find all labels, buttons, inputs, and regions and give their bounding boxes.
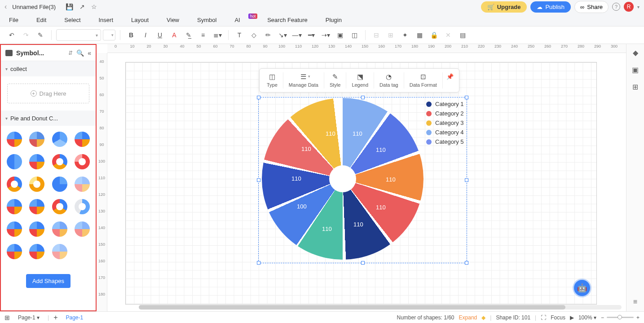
chart-shape-thumb[interactable] (51, 153, 69, 171)
menu-search[interactable]: Search Feature (267, 17, 308, 23)
resize-handle[interactable] (361, 96, 365, 99)
collapse-panel-icon[interactable]: « (88, 49, 91, 57)
zoom-in-button[interactable]: + (636, 314, 640, 321)
chart-shape-thumb[interactable] (51, 220, 69, 238)
menu-plugin[interactable]: Plugin (326, 17, 342, 23)
pie-chart[interactable] (262, 98, 423, 260)
menu-edit[interactable]: Edit (36, 17, 46, 23)
effects-button[interactable]: ✦ (399, 29, 411, 41)
tools-button[interactable]: ✕ (442, 29, 454, 41)
chart-shape-thumb[interactable] (28, 198, 46, 216)
chart-shape-thumb[interactable] (5, 198, 23, 216)
font-size-dropdown[interactable]: ▾ (103, 30, 115, 40)
add-shapes-button[interactable]: Add Shapes (26, 274, 71, 288)
line-spacing-button[interactable]: ≣▾ (211, 29, 224, 41)
pin-icon[interactable]: 📌 (443, 72, 457, 88)
chart-shape-thumb[interactable] (5, 153, 23, 171)
chart-shape-thumb[interactable] (73, 198, 91, 216)
lock-button[interactable]: 🔒 (428, 29, 440, 41)
fill-button[interactable]: ◇ (247, 29, 260, 41)
zoom-out-button[interactable]: − (601, 314, 604, 321)
resize-handle[interactable] (257, 96, 260, 99)
star-icon[interactable]: ☆ (91, 3, 97, 10)
resize-handle[interactable] (257, 178, 260, 182)
chart-shape-thumb[interactable] (51, 130, 69, 148)
chart-shape-thumb[interactable] (73, 130, 91, 148)
scrollbar-thumb[interactable] (139, 305, 565, 310)
layers-button[interactable]: ▦ (413, 29, 426, 41)
menu-select[interactable]: Select (64, 17, 80, 23)
menu-symbol[interactable]: Symbol (197, 17, 216, 23)
menu-insert[interactable]: Insert (99, 17, 114, 23)
ai-chat-bubble[interactable]: 🤖 (574, 280, 590, 296)
publish-button[interactable]: ☁ Publish (530, 1, 571, 13)
zoom-slider[interactable] (607, 317, 634, 318)
align-objects-button[interactable]: ⊟ (370, 29, 383, 41)
premium-icon[interactable]: ◆ (481, 314, 485, 321)
data-format-button[interactable]: ⊡ Data Format (404, 72, 443, 88)
add-page-button[interactable]: + (53, 314, 57, 322)
line-color-button[interactable]: ✏ (262, 29, 274, 41)
chart-shape-thumb[interactable] (51, 198, 69, 216)
chart-shape-thumb[interactable] (73, 175, 91, 193)
pages-icon[interactable]: ⊞ (4, 314, 10, 321)
focus-icon[interactable]: ⛶ (541, 314, 546, 321)
help-icon[interactable]: ? (612, 3, 620, 11)
chart-shape-thumb[interactable] (73, 220, 91, 238)
image-button[interactable]: ▣ (334, 29, 346, 41)
share-button[interactable]: ∞ Share (574, 1, 609, 13)
crop-button[interactable]: ◫ (348, 29, 361, 41)
resize-handle[interactable] (465, 96, 468, 99)
save-icon[interactable]: 💾 (66, 3, 73, 10)
fill-panel-icon[interactable]: ◆ (631, 48, 640, 58)
properties-panel-icon[interactable]: ▣ (631, 65, 640, 75)
italic-button[interactable]: I (139, 29, 152, 41)
chart-shape-thumb[interactable] (5, 243, 23, 261)
section-pie-donut[interactable]: ▾ Pie and Donut C... (1, 111, 96, 126)
drag-here-zone[interactable]: + Drag Here (7, 84, 89, 103)
connector-button[interactable]: ↘▾ (276, 29, 289, 41)
canvas-area[interactable]: 0102030405060708090100110120130140150160… (97, 44, 644, 311)
line-weight-button[interactable]: ━▾ (305, 29, 318, 41)
chart-shape-thumb[interactable] (28, 220, 46, 238)
chart-shape-thumb[interactable] (5, 220, 23, 238)
arrow-style-button[interactable]: ⇢▾ (319, 29, 332, 41)
menu-layout[interactable]: Layout (131, 17, 149, 23)
page-dropdown[interactable]: Page-1 ▾ (14, 314, 43, 322)
text-tool-button[interactable]: T (233, 29, 246, 41)
presentation-button[interactable]: ▤ (456, 29, 469, 41)
menu-view[interactable]: View (167, 17, 179, 23)
resize-handle[interactable] (361, 261, 365, 265)
section-collect[interactable]: ▾ collect (1, 61, 96, 76)
resize-handle[interactable] (465, 261, 468, 265)
manage-data-button[interactable]: ☰▾ Manage Data (283, 72, 324, 88)
redo-button[interactable]: ↷ (20, 29, 32, 41)
chart-shape-thumb[interactable] (5, 130, 23, 148)
align-button[interactable]: ≡ (197, 29, 209, 41)
upgrade-button[interactable]: 🛒 Upgrade (481, 1, 527, 13)
back-button[interactable]: ‹ (4, 3, 7, 11)
zoom-thumb[interactable] (618, 315, 622, 319)
chart-shape-thumb[interactable] (28, 175, 46, 193)
underline-button[interactable]: U (154, 29, 166, 41)
chart-shape-thumb[interactable] (51, 243, 69, 261)
chart-shape-thumb[interactable] (28, 243, 46, 261)
chart-shape-thumb[interactable] (73, 153, 91, 171)
list-panel-icon[interactable]: ≡ (631, 297, 640, 307)
highlight-button[interactable]: ✎̲ (182, 29, 195, 41)
text-color-button[interactable]: A (168, 29, 181, 41)
resize-handle[interactable] (257, 261, 260, 265)
chart-shape-thumb[interactable] (28, 130, 46, 148)
external-icon[interactable]: ↗ (79, 3, 85, 10)
undo-button[interactable]: ↶ (5, 29, 18, 41)
style-button[interactable]: ✎ Style (324, 72, 346, 88)
focus-label[interactable]: Focus (551, 314, 565, 321)
play-icon[interactable]: ▶ (570, 314, 574, 321)
expand-link[interactable]: Expand (459, 314, 477, 321)
resize-handle[interactable] (465, 178, 468, 182)
chart-type-button[interactable]: ◫ Type (261, 72, 283, 88)
expand-icon[interactable]: ⇵ (68, 50, 73, 56)
search-icon[interactable]: 🔍 (76, 49, 84, 57)
data-tag-button[interactable]: ◔ Data tag (374, 72, 404, 88)
page-tab-1[interactable]: Page-1 (62, 314, 87, 322)
